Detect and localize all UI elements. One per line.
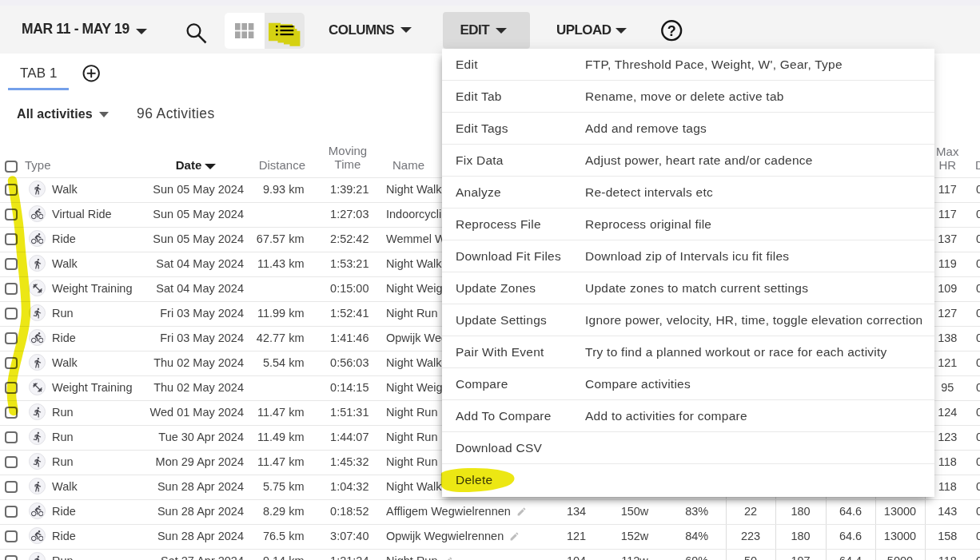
svg-text:?: ?: [667, 23, 676, 39]
